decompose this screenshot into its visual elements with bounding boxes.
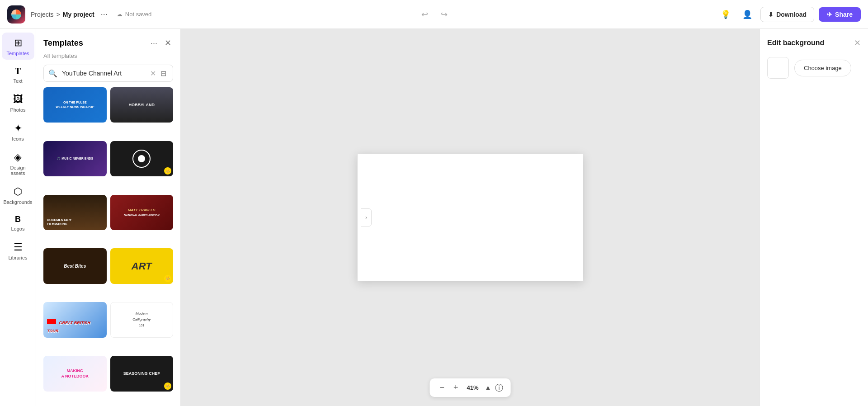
zoom-up-button[interactable]: ▲ xyxy=(485,384,492,392)
template-card[interactable]: ModernCalligraphy101 xyxy=(110,302,174,337)
search-clear-button[interactable]: ✕ xyxy=(150,69,156,78)
template-card[interactable]: on the pulseWEEKLY NEWS WRAPUP xyxy=(43,87,107,123)
sidebar-item-label: Logos xyxy=(11,226,25,231)
template-label: MATT TRAVELSNATIONAL PARKS EDITION xyxy=(124,208,160,217)
template-card[interactable]: SEASONING CHEF 👑 xyxy=(110,356,174,391)
lightbulb-button[interactable]: 💡 xyxy=(717,6,734,23)
panel-subtitle: All templates xyxy=(36,50,180,65)
save-status: ☁ Not saved xyxy=(117,11,152,18)
template-card[interactable]: HOBBYLAND xyxy=(110,87,174,123)
template-label: SEASONING CHEF xyxy=(123,371,160,376)
redo-button[interactable]: ↪ xyxy=(438,7,450,22)
sidebar-item-design-assets[interactable]: ◈ Design assets xyxy=(2,147,34,179)
sidebar-item-icons[interactable]: ✦ Icons xyxy=(2,118,34,145)
undo-button[interactable]: ↩ xyxy=(419,7,431,22)
topbar-right: 💡 👤 ⬇ Download ✈ Share xyxy=(717,6,861,23)
design-assets-icon: ◈ xyxy=(14,151,22,163)
premium-badge: 👑 xyxy=(164,382,171,390)
search-bar: 🔍 ✕ ⊟ xyxy=(43,65,173,82)
template-card[interactable]: GREAT BRITISH TOUR xyxy=(43,302,107,337)
zoom-info-button[interactable]: ⓘ xyxy=(495,382,503,393)
sidebar-item-label: Design assets xyxy=(4,165,33,176)
project-name: My project xyxy=(63,11,94,18)
right-panel-title: Edit background xyxy=(767,39,824,47)
sidebar-item-label: Templates xyxy=(6,51,29,56)
sidebar-item-label: Photos xyxy=(10,107,25,113)
share-button[interactable]: ✈ Share xyxy=(819,7,861,22)
template-label: on the pulseWEEKLY NEWS WRAPUP xyxy=(56,100,94,109)
template-card[interactable]: ART 👑 xyxy=(110,248,174,283)
right-panel-close-button[interactable]: ✕ xyxy=(854,38,861,48)
sidebar-item-label: Libraries xyxy=(8,255,27,260)
template-label: MAKINGA NOTEBOOK xyxy=(61,368,89,379)
sidebar-item-logos[interactable]: B Logos xyxy=(2,210,34,235)
panel-header: Templates ··· ✕ xyxy=(36,29,180,50)
background-color-preview[interactable] xyxy=(767,57,789,79)
panel-title: Templates xyxy=(43,38,145,48)
zoom-in-button[interactable]: + xyxy=(451,382,461,393)
templates-grid: on the pulseWEEKLY NEWS WRAPUP HOBBYLAND… xyxy=(36,87,180,406)
template-card[interactable]: 🎵 MUSIC NEVER ENDS xyxy=(43,141,107,176)
template-label: DOCUMENTARYFILMMAKING xyxy=(47,218,71,227)
sidebar-item-label: Icons xyxy=(12,136,24,142)
search-filter-button[interactable]: ⊟ xyxy=(159,67,168,80)
templates-icon: ⊞ xyxy=(14,37,22,49)
libraries-icon: ☰ xyxy=(14,241,23,253)
template-card[interactable]: 👑 xyxy=(110,141,174,176)
sidebar-item-label: Text xyxy=(13,78,22,84)
search-icon: 🔍 xyxy=(48,69,57,78)
icon-sidebar: ⊞ Templates T Text 🖼 Photos ✦ Icons ◈ De… xyxy=(0,29,36,406)
topbar-center: ↩ ↪ xyxy=(157,7,712,22)
templates-panel: Templates ··· ✕ All templates 🔍 ✕ ⊟ on t… xyxy=(36,29,181,406)
premium-badge: 👑 xyxy=(164,167,171,175)
template-card[interactable]: MATT TRAVELSNATIONAL PARKS EDITION xyxy=(110,195,174,230)
zoom-out-button[interactable]: − xyxy=(437,382,448,393)
right-panel-header: Edit background ✕ xyxy=(767,38,861,48)
project-more-button[interactable]: ··· xyxy=(97,8,111,21)
backgrounds-icon: ⬡ xyxy=(14,186,22,198)
topbar: Projects > My project ··· ☁ Not saved ↩ … xyxy=(0,0,868,29)
icons-icon: ✦ xyxy=(14,123,22,134)
template-label: ART xyxy=(132,260,152,272)
download-button[interactable]: ⬇ Download xyxy=(760,7,814,22)
download-label: Download xyxy=(776,11,807,18)
breadcrumb: Projects > My project ··· xyxy=(31,8,111,21)
main-layout: ⊞ Templates T Text 🖼 Photos ✦ Icons ◈ De… xyxy=(0,29,868,406)
share-label: Share xyxy=(835,11,853,18)
sidebar-item-label: Backgrounds xyxy=(3,199,32,205)
sidebar-item-text[interactable]: T Text xyxy=(2,61,34,87)
zoom-level: 41% xyxy=(465,384,481,391)
right-panel: Edit background ✕ Choose image xyxy=(760,29,868,406)
zoom-bar: − + 41% ▲ ⓘ xyxy=(430,378,511,397)
template-label: ModernCalligraphy101 xyxy=(132,311,151,328)
save-status-text: Not saved xyxy=(125,11,152,18)
sidebar-item-backgrounds[interactable]: ⬡ Backgrounds xyxy=(2,181,34,208)
canvas-area: − + 41% ▲ ⓘ xyxy=(181,29,760,406)
right-panel-color-row: Choose image xyxy=(767,57,861,79)
panel-close-button[interactable]: ✕ xyxy=(163,36,173,50)
template-card[interactable]: DOCUMENTARYFILMMAKING xyxy=(43,195,107,230)
text-icon: T xyxy=(15,66,21,76)
template-label: HOBBYLAND xyxy=(129,103,155,107)
share-icon: ✈ xyxy=(827,11,832,18)
expand-panel-button[interactable]: › xyxy=(361,208,372,227)
panel-more-button[interactable]: ··· xyxy=(149,37,159,50)
sidebar-item-libraries[interactable]: ☰ Libraries xyxy=(2,237,34,264)
photos-icon: 🖼 xyxy=(13,94,23,105)
sidebar-item-templates[interactable]: ⊞ Templates xyxy=(2,33,34,60)
template-label: Best Bites xyxy=(64,264,86,269)
template-label: 🎵 MUSIC NEVER ENDS xyxy=(57,156,93,161)
premium-badge: 👑 xyxy=(164,275,171,282)
breadcrumb-separator: > xyxy=(57,11,60,18)
logos-icon: B xyxy=(15,215,21,224)
search-input[interactable] xyxy=(60,65,147,81)
choose-image-button[interactable]: Choose image xyxy=(794,60,851,76)
app-logo[interactable] xyxy=(7,5,25,24)
template-card[interactable]: MAKINGA NOTEBOOK xyxy=(43,356,107,391)
profile-button[interactable]: 👤 xyxy=(739,6,756,23)
sidebar-item-photos[interactable]: 🖼 Photos xyxy=(2,89,34,116)
cloud-icon: ☁ xyxy=(117,11,123,18)
canvas[interactable] xyxy=(357,154,583,281)
template-card[interactable]: Best Bites xyxy=(43,248,107,283)
projects-link[interactable]: Projects xyxy=(31,11,54,18)
